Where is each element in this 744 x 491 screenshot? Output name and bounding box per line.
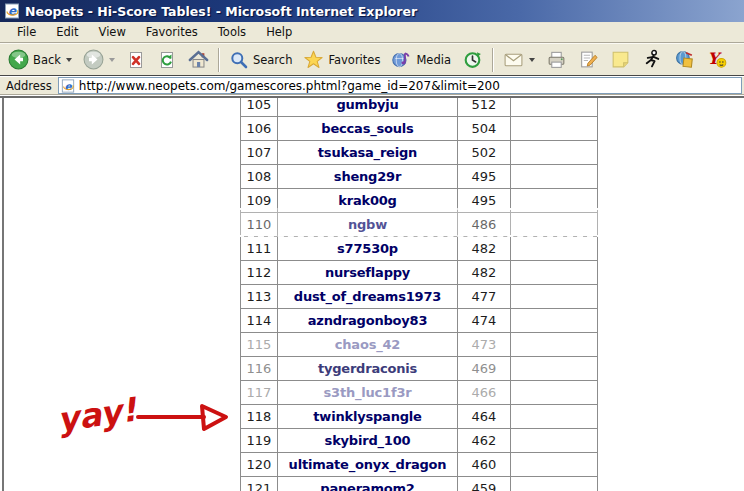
empty-cell — [511, 309, 598, 332]
score-cell: 482 — [458, 237, 511, 260]
empty-cell — [511, 141, 598, 164]
score-cell: 495 — [458, 165, 511, 188]
table-row: 112nurseflappy482 — [241, 261, 598, 285]
yahoo-button[interactable]: Y — [701, 46, 733, 74]
menu-edit[interactable]: Edit — [47, 23, 87, 41]
refresh-button[interactable] — [152, 46, 182, 74]
search-button-label: Search — [253, 53, 293, 67]
table-row: 111s77530p482 — [241, 237, 598, 261]
search-button[interactable]: Search — [224, 46, 298, 74]
toolbar: Back — [0, 43, 744, 76]
empty-cell — [511, 453, 598, 476]
back-dropdown-caret[interactable] — [66, 58, 72, 62]
handwritten-annotation: yay! — [52, 384, 242, 446]
username-cell[interactable]: krak00g — [278, 189, 458, 212]
rank-cell: 109 — [241, 189, 278, 212]
stop-icon — [126, 50, 146, 70]
window-title: Neopets - Hi-Score Tables! - Microsoft I… — [25, 4, 417, 19]
browser-window: e Neopets - Hi-Score Tables! - Microsoft… — [0, 0, 744, 491]
mail-icon — [503, 49, 524, 70]
edit-button[interactable] — [573, 46, 604, 74]
mail-dropdown-caret[interactable] — [529, 58, 535, 62]
menu-favorites[interactable]: Favorites — [137, 23, 207, 41]
empty-cell — [511, 98, 598, 116]
globe-box-icon — [674, 49, 695, 70]
username-cell[interactable]: beccas_souls — [278, 117, 458, 140]
rank-cell: 110 — [241, 213, 278, 236]
annotation-arrow-icon — [138, 406, 226, 429]
favorites-star-icon — [303, 49, 324, 70]
print-button[interactable] — [541, 46, 572, 74]
rank-cell: 108 — [241, 165, 278, 188]
back-button-label: Back — [33, 53, 61, 67]
menu-tools[interactable]: Tools — [209, 23, 255, 41]
sticky-note-icon — [610, 49, 631, 70]
username-cell[interactable]: s77530p — [278, 237, 458, 260]
media-button-label: Media — [416, 53, 451, 67]
address-label: Address — [6, 79, 52, 93]
aim-button[interactable] — [637, 46, 668, 74]
table-row: 107tsukasa_reign502 — [241, 141, 598, 165]
menu-file[interactable]: File — [8, 23, 45, 41]
table-row: 116tygerdraconis469 — [241, 357, 598, 381]
print-icon — [546, 49, 567, 70]
username-cell[interactable]: paneramom2 — [278, 477, 458, 491]
score-cell: 495 — [458, 189, 511, 212]
media-button[interactable]: Media — [386, 46, 456, 74]
menu-view[interactable]: View — [90, 23, 135, 41]
empty-cell — [511, 477, 598, 491]
favorites-button-label: Favorites — [328, 53, 380, 67]
mail-button[interactable] — [498, 46, 540, 74]
empty-cell — [511, 405, 598, 428]
score-cell: 512 — [458, 98, 511, 116]
home-button[interactable] — [183, 46, 214, 74]
username-cell[interactable]: azndragonboy83 — [278, 309, 458, 332]
msn-button[interactable] — [669, 46, 700, 74]
username-cell[interactable]: twinklyspangle — [278, 405, 458, 428]
username-cell[interactable]: dust_of_dreams1973 — [278, 285, 458, 308]
rank-cell: 116 — [241, 357, 278, 380]
messenger-button[interactable] — [605, 46, 636, 74]
back-button[interactable]: Back — [3, 46, 77, 74]
title-bar: e Neopets - Hi-Score Tables! - Microsoft… — [0, 0, 744, 22]
username-cell[interactable]: skybird_100 — [278, 429, 458, 452]
address-bar: Address e http://www.neopets.com/gamesco… — [0, 77, 744, 95]
favorites-button[interactable]: Favorites — [298, 46, 385, 74]
username-cell[interactable]: tygerdraconis — [278, 357, 458, 380]
aim-running-man-icon — [642, 49, 663, 70]
username-cell[interactable]: tsukasa_reign — [278, 141, 458, 164]
table-row: 117s3th_luc1f3r466 — [241, 381, 598, 405]
stop-button[interactable] — [121, 46, 151, 74]
rank-cell: 117 — [241, 381, 278, 404]
username-cell[interactable]: gumbyju — [278, 98, 458, 116]
empty-cell — [511, 333, 598, 356]
score-cell: 486 — [458, 213, 511, 236]
username-cell[interactable]: ngbw — [278, 213, 458, 236]
username-cell[interactable]: nurseflappy — [278, 261, 458, 284]
history-button[interactable] — [457, 46, 488, 74]
menu-help[interactable]: Help — [257, 23, 301, 41]
table-row: 115chaos_42473 — [241, 333, 598, 357]
rank-cell: 114 — [241, 309, 278, 332]
forward-button[interactable] — [78, 46, 120, 74]
username-cell[interactable]: s3th_luc1f3r — [278, 381, 458, 404]
empty-cell — [511, 381, 598, 404]
empty-cell — [511, 285, 598, 308]
table-row: 114azndragonboy83474 — [241, 309, 598, 333]
address-input[interactable]: e http://www.neopets.com/gamescores.phtm… — [58, 77, 742, 94]
score-cell: 459 — [458, 477, 511, 491]
score-cell: 464 — [458, 405, 511, 428]
ie-logo-icon: e — [4, 3, 20, 19]
score-cell: 474 — [458, 309, 511, 332]
menu-bar: FileEditViewFavoritesToolsHelp — [0, 22, 744, 43]
username-cell[interactable]: ultimate_onyx_dragon — [278, 453, 458, 476]
forward-dropdown-caret[interactable] — [109, 58, 115, 62]
hiscore-table: 105gumbyju512106beccas_souls504107tsukas… — [240, 98, 598, 491]
rank-cell: 112 — [241, 261, 278, 284]
empty-cell — [511, 165, 598, 188]
score-cell: 482 — [458, 261, 511, 284]
address-url-text: http://www.neopets.com/gamescores.phtml?… — [79, 79, 500, 93]
username-cell[interactable]: sheng29r — [278, 165, 458, 188]
empty-cell — [511, 117, 598, 140]
username-cell[interactable]: chaos_42 — [278, 333, 458, 356]
